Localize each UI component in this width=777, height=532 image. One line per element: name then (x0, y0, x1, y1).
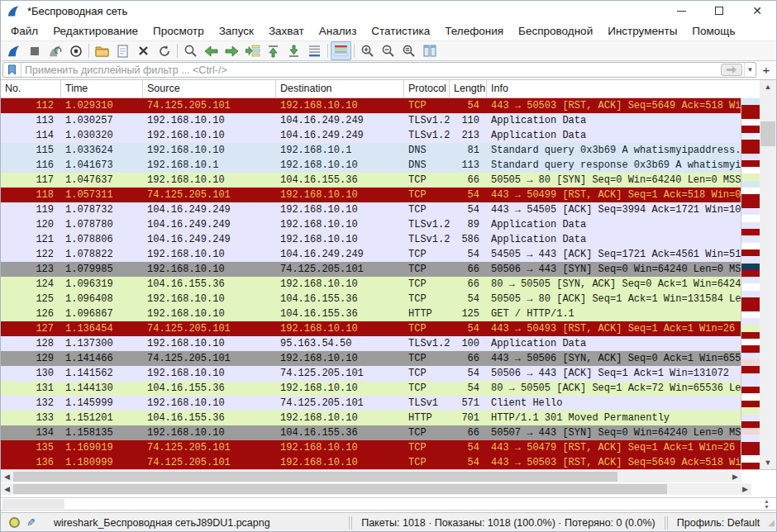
apply-filter-button[interactable] (721, 64, 742, 76)
column-header-destination[interactable]: Destination (276, 80, 404, 97)
cell-dst: 192.168.10.10 (276, 351, 404, 366)
menu-запуск[interactable]: Запуск (212, 22, 261, 40)
filter-history-dropdown[interactable]: ▼ (744, 63, 756, 77)
minimap-stripe (741, 133, 760, 140)
packet-row-118[interactable]: 1181.05731174.125.205.101192.168.10.10TC… (1, 188, 741, 202)
menu-захват[interactable]: Захват (261, 22, 312, 40)
column-header-source[interactable]: Source (143, 80, 276, 97)
vertical-scrollbar[interactable]: ▲ ▼ (760, 80, 776, 469)
toolbar-separator (354, 44, 355, 58)
menu-помощь[interactable]: Помощь (684, 22, 742, 40)
packet-row-136[interactable]: 1361.18099974.125.205.101192.168.10.10TC… (1, 455, 741, 469)
column-header-length[interactable]: Length (450, 80, 487, 97)
menu-инструменты[interactable]: Инструменты (600, 22, 684, 40)
restart-capture-button[interactable] (45, 41, 65, 60)
display-filter-input[interactable] (21, 63, 721, 77)
menu-телефония[interactable]: Телефония (437, 22, 511, 40)
packet-row-116[interactable]: 1161.041673192.168.10.1192.168.10.10DNS1… (1, 158, 741, 173)
menu-просмотр[interactable]: Просмотр (145, 22, 212, 40)
stop-capture-button[interactable] (24, 41, 45, 60)
auto-scroll-button[interactable] (304, 41, 325, 60)
go-to-packet-button[interactable] (242, 41, 263, 60)
column-header-no[interactable]: No. (1, 80, 61, 97)
filter-bookmark-button[interactable] (3, 63, 21, 77)
save-file-button[interactable] (112, 41, 133, 60)
go-bottom-button[interactable] (284, 41, 304, 60)
add-filter-button[interactable]: + (759, 62, 774, 78)
go-forward-button[interactable] (222, 41, 242, 60)
vertical-scrollbar-track[interactable] (760, 93, 776, 456)
open-file-button[interactable] (92, 41, 112, 60)
reload-button[interactable] (154, 41, 174, 60)
packet-row-114[interactable]: 1141.030320192.168.10.10104.16.249.249TL… (1, 128, 741, 143)
menu-беспроводной[interactable]: Беспроводной (511, 22, 600, 40)
capture-options-button[interactable] (65, 41, 86, 60)
zoom-original-button[interactable] (398, 41, 419, 60)
menu-редактирование[interactable]: Редактирование (45, 22, 145, 40)
menu-анализ[interactable]: Анализ (312, 22, 365, 40)
zoom-out-button[interactable] (378, 41, 398, 60)
scroll-left-icon[interactable]: ◀ (1, 471, 13, 482)
colorize-button[interactable] (331, 41, 351, 60)
resize-grip[interactable]: ◢ (768, 518, 776, 527)
vertical-scrollbar-thumb[interactable] (760, 121, 775, 146)
minimap-stripe (741, 160, 760, 167)
packet-row-129[interactable]: 1291.14146674.125.205.101192.168.10.10TC… (1, 351, 741, 366)
scroll-right-icon[interactable]: ▶ (729, 471, 741, 482)
hscroll-track-2[interactable] (13, 483, 739, 495)
packet-row-130[interactable]: 1301.141562192.168.10.1074.125.205.101TC… (1, 366, 741, 381)
scroll-left-icon[interactable]: ◀ (1, 483, 13, 495)
scroll-down-arrow-icon[interactable]: ▼ (760, 456, 776, 469)
expert-info-icon[interactable] (9, 517, 20, 528)
minimap-stripe (741, 283, 760, 290)
resize-columns-button[interactable] (419, 41, 440, 60)
packet-row-125[interactable]: 1251.096408192.168.10.10104.16.155.36TCP… (1, 292, 741, 306)
find-packet-button[interactable] (180, 41, 201, 60)
packet-row-128[interactable]: 1281.137300192.168.10.1095.163.54.50TLSv… (1, 336, 741, 351)
horizontal-scrollbar-detail[interactable]: ◀ ▶ (1, 483, 751, 495)
scroll-up-arrow-icon[interactable]: ▲ (760, 80, 776, 93)
packet-row-124[interactable]: 1241.096319104.16.155.36192.168.10.10TCP… (1, 277, 741, 292)
capture-comment-icon[interactable]: ✎ (26, 516, 36, 529)
packet-row-131[interactable]: 1311.144130104.16.155.36192.168.10.10TCP… (1, 381, 741, 396)
menu-статистика[interactable]: Статистика (364, 22, 437, 40)
packet-row-122[interactable]: 1221.078822192.168.10.10104.16.249.249TC… (1, 247, 741, 262)
maximize-button[interactable] (700, 1, 738, 21)
packet-row-133[interactable]: 1331.151201104.16.155.36192.168.10.10HTT… (1, 411, 741, 425)
hscroll-thumb-2[interactable] (13, 484, 667, 494)
cell-no: 114 (1, 128, 61, 143)
packet-row-132[interactable]: 1321.145999192.168.10.1074.125.205.101TL… (1, 396, 741, 411)
packet-row-119[interactable]: 1191.078732104.16.249.249192.168.10.10TC… (1, 202, 741, 217)
menu-файл[interactable]: Файл (3, 22, 45, 40)
close-button[interactable]: ✕ (738, 1, 776, 21)
go-top-button[interactable] (263, 41, 284, 60)
packet-row-117[interactable]: 1171.047637192.168.10.10104.16.155.36TCP… (1, 173, 741, 188)
close-file-button[interactable] (133, 41, 154, 60)
packet-row-121[interactable]: 1211.078806104.16.249.249192.168.10.10TL… (1, 232, 741, 247)
column-header-info[interactable]: Info (487, 80, 741, 97)
packet-row-113[interactable]: 1131.030257192.168.10.10104.16.249.249TL… (1, 113, 741, 128)
main-toolbar (1, 40, 776, 61)
hscroll-track-1[interactable] (13, 471, 729, 482)
packet-row-126[interactable]: 1261.096867192.168.10.10104.16.155.36HTT… (1, 306, 741, 321)
zoom-in-button[interactable] (357, 41, 378, 60)
start-capture-button[interactable] (3, 41, 24, 60)
packet-row-127[interactable]: 1271.13645474.125.205.101192.168.10.10TC… (1, 321, 741, 336)
packet-row-134[interactable]: 1341.158135192.168.10.10104.16.155.36TCP… (1, 425, 741, 440)
profile-label[interactable]: Профиль: Default (669, 517, 769, 529)
scroll-right-icon[interactable]: ▶ (739, 483, 751, 495)
minimize-button[interactable] (662, 1, 700, 21)
pane-spinner[interactable]: ▲▼ (764, 498, 770, 510)
packet-row-120[interactable]: 1201.078780104.16.249.249192.168.10.10TL… (1, 217, 741, 232)
packet-row-115[interactable]: 1151.033624192.168.10.10192.168.10.1DNS8… (1, 143, 741, 158)
column-header-protocol[interactable]: Protocol (404, 80, 450, 97)
go-back-button[interactable] (201, 41, 222, 60)
packet-row-135[interactable]: 1351.16901974.125.205.101192.168.10.10TC… (1, 440, 741, 455)
packet-row-112[interactable]: 1121.02931074.125.205.101192.168.10.10TC… (1, 98, 741, 113)
horizontal-scrollbar-list[interactable]: ◀ ▶ (1, 471, 741, 482)
hscroll-thumb-1[interactable] (13, 472, 617, 482)
packet-row-123[interactable]: 1231.079985192.168.10.1074.125.205.101TC… (1, 262, 741, 277)
column-header-time[interactable]: Time (61, 80, 143, 97)
intelligent-scrollbar-minimap[interactable] (741, 98, 760, 469)
cell-dst: 95.163.54.50 (276, 336, 404, 351)
